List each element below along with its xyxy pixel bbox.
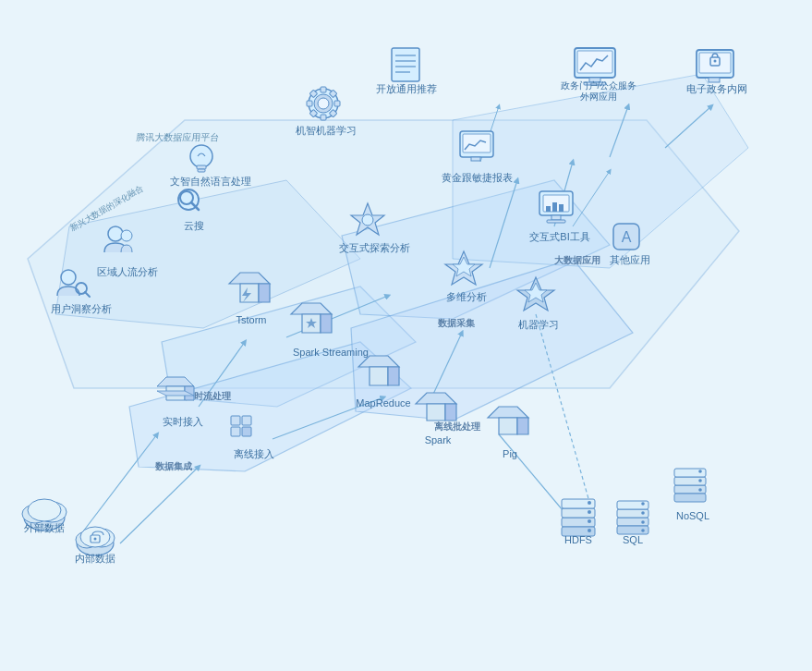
realtime-input-label: 实时接入 [163,416,203,427]
svg-point-47 [28,499,61,521]
svg-point-43 [698,488,702,492]
other-app-icon: A [613,224,639,250]
mapreduce-label: MapReduce [356,397,410,409]
svg-point-113 [121,230,132,241]
offline-input-label: 离线接入 [234,448,274,459]
svg-rect-107 [197,165,206,169]
diagram-container: 腾讯大数据应用平台 新兴大数据的深化融合 实时流处理 数据集成 数据采集 离线批… [0,0,812,671]
svg-point-77 [362,214,373,226]
internal-data-icon [76,527,115,555]
svg-marker-72 [427,404,445,421]
svg-point-36 [641,529,645,532]
svg-point-112 [108,226,123,241]
svg-rect-90 [392,48,419,81]
ml-label: 机器学习 [518,319,559,330]
svg-rect-101 [321,115,326,120]
spark-streaming-label: Spark Streaming [293,347,369,358]
svg-line-8 [120,467,199,543]
svg-rect-97 [321,87,326,92]
svg-point-26 [588,510,591,514]
svg-rect-123 [709,78,720,82]
svg-rect-61 [242,427,251,436]
platform-label-datacollect: 数据集成 [154,461,193,471]
svg-point-35 [641,520,645,524]
svg-marker-69 [370,367,388,385]
svg-rect-82 [546,206,551,212]
user-insight-label: 用户洞察分析 [51,303,112,314]
svg-marker-64 [259,284,270,302]
multidim-label: 多维分析 [446,291,487,302]
svg-rect-38 [674,494,706,502]
svg-point-105 [318,98,329,109]
gold-report-label: 黄金跟敏捷报表 [442,172,513,183]
hdfs-label: HDFS [564,534,592,545]
svg-point-125 [714,60,717,63]
gold-report-icon [460,131,493,161]
svg-marker-70 [388,367,399,385]
svg-point-51 [80,527,110,547]
svg-rect-122 [699,53,731,73]
svg-marker-74 [488,407,528,418]
pig-icon [488,407,528,434]
svg-rect-59 [242,416,251,425]
nosql-icon [674,469,706,502]
svg-rect-103 [307,101,312,106]
cloud-search-icon [178,189,199,210]
gov-portal-label2: 外网应用 [580,92,617,102]
svg-point-42 [698,479,702,482]
open-recommend-label: 开放通用推荐 [376,83,437,94]
egov-icon [697,50,733,82]
svg-marker-67 [321,314,332,333]
svg-point-34 [641,511,645,515]
svg-rect-108 [198,169,205,172]
sql-icon [617,501,648,534]
spark-label: Spark [425,434,452,445]
svg-rect-81 [547,220,565,223]
svg-rect-84 [559,204,564,212]
other-app-label: 其他应用 [610,254,650,265]
svg-point-28 [588,529,591,532]
platform-label-offline: 离线批处理 [434,421,481,432]
platform-label-datamining: 数据采集 [437,318,476,328]
pig-label: Pig [503,448,517,459]
svg-text:A: A [622,229,632,245]
svg-point-53 [94,538,97,541]
svg-line-7 [83,434,157,531]
machine-learning-top-icon [307,87,340,120]
egov-label: 电子政务内网 [686,83,747,94]
svg-rect-80 [551,215,561,220]
main-svg: 腾讯大数据应用平台 新兴大数据的深化融合 实时流处理 数据集成 数据采集 离线批… [0,0,812,671]
machine-learning-top-label: 机智机器学习 [296,125,357,136]
open-recommend-icon [392,48,419,81]
svg-marker-75 [499,418,517,434]
svg-point-114 [61,270,76,285]
region-flow-label: 区域人流分析 [97,266,158,277]
external-data-label: 外部数据 [24,522,65,533]
svg-rect-99 [334,101,340,106]
svg-point-41 [698,470,702,473]
gov-portal-label: 政务门户/公众服务 [561,80,637,91]
svg-marker-73 [445,404,456,421]
tstorm-label: Tstorm [236,314,267,325]
interactive-bi-label: 交互式BI工具 [529,231,589,242]
cloud-search-label: 云搜 [184,220,204,231]
platform-label-bigapp: 大数据应用 [553,255,600,265]
svg-rect-58 [231,416,240,425]
platform-label-main: 腾讯大数据应用平台 [136,132,220,142]
svg-marker-76 [517,418,528,434]
svg-point-33 [641,502,645,506]
nlp-label: 文智自然语言处理 [170,176,251,187]
sql-label: SQL [623,534,643,545]
svg-point-25 [588,501,591,505]
gov-portal-icon [575,48,615,85]
internal-data-label: 内部数据 [75,553,115,564]
svg-rect-60 [231,427,240,436]
svg-point-106 [190,145,212,167]
svg-point-27 [588,519,591,523]
nosql-label: NoSQL [676,510,709,521]
hdfs-icon [562,499,595,536]
svg-rect-87 [471,157,480,161]
interactive-explore-label: 交互式探索分析 [339,242,410,253]
svg-rect-83 [552,202,557,212]
